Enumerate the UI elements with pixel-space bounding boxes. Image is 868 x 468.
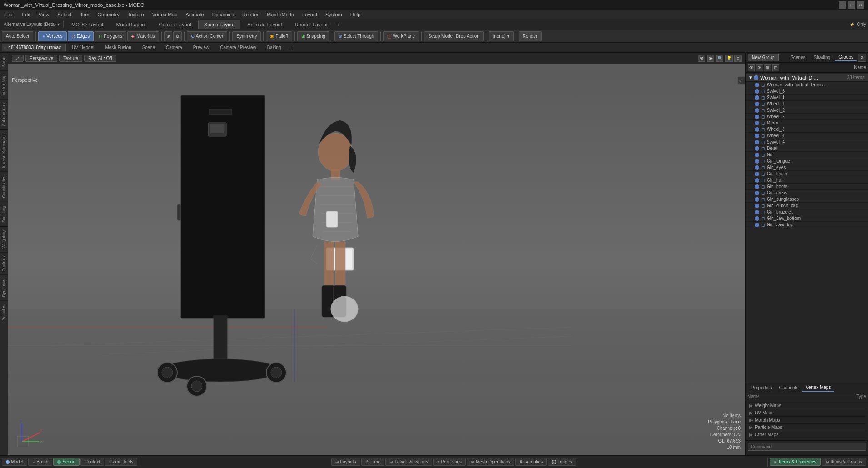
sidebar-controls[interactable]: Controls [0, 252, 8, 275]
scene-item-17[interactable]: ◻ Girl_dress [746, 190, 868, 196]
sidebar-dynamics[interactable]: Dynamics [0, 275, 8, 301]
scene-item-7[interactable]: ◻ Wheel_3 [746, 126, 868, 133]
item-eye-8[interactable] [755, 134, 759, 138]
rpb-row-2[interactable]: ▶ Morph Maps [748, 417, 866, 424]
edges-btn[interactable]: ◇ Edges [68, 31, 94, 41]
scene-item-9[interactable]: ◻ Swivel_4 [746, 139, 868, 145]
scene-item-21[interactable]: ◻ Girl_Jaw_bottom [746, 215, 868, 222]
sb-items-groups-btn[interactable]: ⊟ Items & Groups [822, 458, 866, 466]
sidebar-ik[interactable]: Inverse Kinematics [0, 129, 8, 172]
texture-btn[interactable]: Texture [59, 55, 82, 62]
sb-mesh-ops-btn[interactable]: ⊕ Mesh Operations [467, 458, 514, 466]
item-eye-11[interactable] [755, 153, 759, 157]
scene-item-18[interactable]: ◻ Girl_sunglasses [746, 196, 868, 203]
sb-items-properties-btn[interactable]: ⊞ Items & Properties [770, 458, 820, 466]
perspective-btn[interactable]: Perspective [25, 55, 57, 62]
scene-item-0[interactable]: ◻ Woman_with_Virtual_Dress... [746, 82, 868, 88]
scene-item-4[interactable]: ◻ Swivel_2 [746, 107, 868, 114]
sidebar-particles[interactable]: Particles [0, 301, 8, 324]
item-eye-18[interactable] [755, 197, 759, 202]
select-through-btn[interactable]: ⊛ Select Through [334, 31, 379, 41]
item-eye-6[interactable] [755, 121, 759, 125]
viewport-3d[interactable]: ⤢ Perspective Texture Ray GL: Off ⊕ ◉ 🔍 … [8, 53, 745, 455]
alt-layout-dropdown[interactable]: Alternative Layouts (Beta) ▾ [0, 21, 64, 28]
setup-mode-btn[interactable]: Setup Mode Drop Action [424, 31, 484, 41]
command-input-right[interactable] [748, 443, 866, 451]
menu-help[interactable]: Help [347, 11, 364, 18]
sidebar-vertex-map[interactable]: Vertex Map [0, 70, 8, 99]
sb-context-btn[interactable]: Context [80, 458, 104, 466]
rp-tab-scenes[interactable]: Scenes [787, 54, 809, 61]
snap-icon-btn[interactable]: ⊕ [164, 31, 172, 41]
scene-item-5[interactable]: ◻ Wheel_2 [746, 114, 868, 120]
rpb-row-1[interactable]: ▶ UV Maps [748, 409, 866, 417]
viewport-expand-btn[interactable]: ⤢ [12, 55, 24, 62]
viewport-icon-5[interactable]: ⚙ [734, 55, 742, 62]
viewport-tab-plus[interactable]: + [287, 44, 295, 51]
tab-animate-layout[interactable]: Animate Layout [241, 20, 288, 29]
scene-item-6[interactable]: ◻ Mirror [746, 120, 868, 126]
scene-item-20[interactable]: ◻ Girl_bracelet [746, 209, 868, 215]
viewport-maximize-btn[interactable]: ⤢ [737, 76, 745, 85]
scene-item-8[interactable]: ◻ Wheel_4 [746, 133, 868, 139]
sidebar-subdivisions[interactable]: Subdivisions [0, 99, 8, 130]
rpb-row-4[interactable]: ▶ Other Maps [748, 431, 866, 438]
scene-item-2[interactable]: ◻ Swivel_1 [746, 95, 868, 101]
render-btn[interactable]: Render [519, 31, 542, 41]
vp-tab-uv[interactable]: UV / Model [67, 44, 99, 51]
layout-tab-plus[interactable]: + [334, 21, 343, 28]
item-eye-22[interactable] [755, 223, 759, 227]
scene-tree-icon-2[interactable]: ⟳ [756, 64, 763, 71]
materials-btn[interactable]: ◈ Materials [127, 31, 159, 41]
new-group-btn[interactable]: New Group [748, 54, 779, 61]
rpb-tab-properties[interactable]: Properties [748, 384, 776, 391]
item-eye-19[interactable] [755, 204, 759, 208]
sb-images-btn[interactable]: 🖼 Images [548, 458, 576, 466]
item-eye-9[interactable] [755, 140, 759, 144]
item-eye-12[interactable] [755, 159, 759, 164]
rpb-tab-vertex-maps[interactable]: Vertex Maps [802, 384, 835, 392]
vertices-btn[interactable]: ● Vertices [38, 31, 67, 41]
viewport-icon-2[interactable]: ◉ [707, 55, 714, 62]
none-dropdown[interactable]: (none) ▾ [489, 31, 514, 41]
group-eye-icon[interactable] [754, 75, 758, 80]
menu-layout[interactable]: Layout [299, 11, 321, 18]
sb-game-tools-btn[interactable]: Game Tools [105, 458, 137, 466]
tab-scene-layout[interactable]: Scene Layout [198, 20, 240, 29]
settings-icon-btn[interactable]: ⚙ [173, 31, 182, 41]
action-center-btn[interactable]: ⊙ Action Center [187, 31, 228, 41]
maximize-button[interactable]: □ [848, 1, 855, 9]
vp-tab-preview[interactable]: Preview [188, 44, 215, 51]
sb-model-btn[interactable]: Model [2, 458, 27, 466]
vp-tab-baking[interactable]: Baking [262, 44, 286, 51]
rpb-row-3[interactable]: ▶ Particle Maps [748, 424, 866, 431]
scene-item-11[interactable]: ◻ Girl [746, 152, 868, 158]
minimize-button[interactable]: ─ [839, 1, 846, 9]
sb-scene-btn[interactable]: Scene [53, 458, 79, 466]
scene-item-15[interactable]: ◻ Girl_hair [746, 177, 868, 184]
item-eye-2[interactable] [755, 95, 759, 100]
menu-animate[interactable]: Animate [182, 11, 207, 18]
item-eye-15[interactable] [755, 178, 759, 183]
menu-vertex-map[interactable]: Vertex Map [149, 11, 181, 18]
scene-tree-icon-3[interactable]: ⊞ [764, 64, 771, 71]
item-eye-13[interactable] [755, 165, 759, 170]
scene-item-12[interactable]: ◻ Girl_tongue [746, 158, 868, 164]
menu-texture[interactable]: Texture [124, 11, 148, 18]
close-button[interactable]: ✕ [857, 1, 864, 9]
sb-assemblies-btn[interactable]: Assemblies [515, 458, 547, 466]
scene-item-16[interactable]: ◻ Girl_boots [746, 184, 868, 190]
menu-render[interactable]: Render [239, 11, 262, 18]
sb-brush-btn[interactable]: P Brush [28, 458, 52, 466]
rp-tab-shading[interactable]: Shading [810, 54, 834, 61]
tab-model-layout[interactable]: Model Layout [110, 20, 152, 29]
item-eye-10[interactable] [755, 146, 759, 151]
item-eye-17[interactable] [755, 191, 759, 195]
menu-select[interactable]: Select [54, 11, 75, 18]
vp-tab-cam-preview[interactable]: Camera / Preview [215, 44, 261, 51]
item-eye-20[interactable] [755, 210, 759, 214]
scene-tree[interactable]: ▾ Woman_with_Virtual_Dr... 23 Items ◻ Wo… [746, 73, 868, 383]
scene-group-header[interactable]: ▾ Woman_with_Virtual_Dr... 23 Items [746, 74, 868, 82]
sidebar-sculpting[interactable]: Sculpting [0, 202, 8, 226]
tab-modo-layout[interactable]: MODO Layout [65, 20, 109, 29]
